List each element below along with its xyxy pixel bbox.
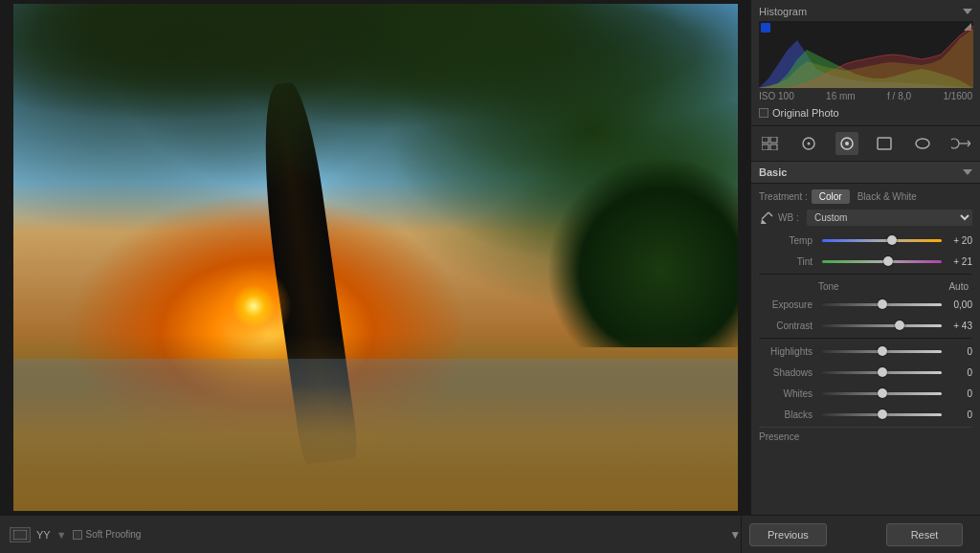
heal-tool-icon[interactable] [835, 132, 858, 155]
grid-tool-icon[interactable] [759, 132, 782, 155]
svg-point-5 [807, 143, 810, 145]
meta-focal: 16 mm [826, 91, 856, 101]
shadows-slider-row: Shadows 0 [759, 364, 972, 381]
highlights-label: Highlights [759, 346, 818, 357]
blacks-thumb[interactable] [878, 409, 887, 419]
right-panel: Histogram [750, 0, 980, 515]
exposure-label: Exposure [759, 299, 818, 310]
tone-curve-icon[interactable] [949, 132, 972, 155]
treatment-row: Treatment : Color Black & White [759, 189, 972, 204]
highlights-slider[interactable] [822, 350, 942, 353]
bottom-left-controls: YY ▼ Soft Proofing [10, 527, 369, 542]
crop-tool-icon[interactable] [797, 132, 820, 155]
presence-label: Presence [759, 431, 799, 442]
view-mode-button[interactable] [10, 527, 31, 542]
histogram-header: Histogram [759, 6, 972, 17]
original-photo-checkbox[interactable] [759, 108, 768, 118]
yy-label[interactable]: YY [36, 529, 51, 541]
svg-point-7 [845, 142, 849, 145]
svg-rect-1 [762, 144, 768, 150]
bottom-right-buttons: Previous Reset [741, 516, 970, 554]
contrast-label: Contrast [759, 321, 818, 331]
auto-tone-btn[interactable]: Auto [945, 280, 972, 293]
basic-panel: Treatment : Color Black & White WB : Cus… [751, 184, 980, 452]
previous-button[interactable]: Previous [749, 523, 827, 546]
whites-slider[interactable] [822, 392, 942, 395]
reset-button[interactable]: Reset [886, 523, 963, 546]
photo-container [13, 4, 738, 511]
soft-proofing-checkbox[interactable] [73, 530, 82, 540]
temp-value: + 20 [946, 235, 972, 246]
blacks-slider[interactable] [822, 413, 942, 416]
sliders-divider [759, 338, 972, 339]
temp-slider-row: Temp + 20 [759, 232, 972, 249]
shadows-label: Shadows [759, 367, 818, 378]
view-mode-icon [13, 530, 27, 540]
tone-header: Tone Auto [759, 280, 972, 293]
tint-label: Tint [759, 256, 818, 267]
rect-tool-icon[interactable] [873, 132, 896, 155]
shadows-thumb[interactable] [878, 367, 887, 377]
tone-divider [759, 274, 972, 275]
whites-label: Whites [759, 388, 818, 399]
histogram-title: Histogram [759, 6, 807, 17]
presence-section: Presence [759, 427, 972, 446]
yy-dropdown-arrow[interactable]: ▼ [56, 529, 67, 541]
wb-label: WB : [778, 212, 807, 223]
blacks-label: Blacks [759, 409, 818, 420]
shadows-value: 0 [946, 367, 972, 378]
tint-value: + 21 [946, 256, 972, 267]
photo-panel [0, 0, 750, 515]
tools-row [751, 126, 980, 162]
svg-rect-17 [13, 530, 27, 540]
soft-proofing-toggle[interactable]: Soft Proofing [73, 529, 142, 540]
tint-thumb[interactable] [883, 256, 893, 266]
bw-treatment-btn[interactable]: Black & White [850, 189, 924, 204]
original-photo-label: Original Photo [772, 107, 839, 119]
histogram-graph [759, 21, 973, 88]
contrast-slider[interactable] [822, 324, 942, 327]
temp-slider[interactable] [822, 239, 942, 242]
eyedropper-icon[interactable] [759, 210, 774, 226]
whites-thumb[interactable] [878, 388, 887, 398]
svg-point-10 [951, 139, 959, 148]
meta-shutter: 1/1600 [943, 91, 972, 101]
svg-line-15 [762, 212, 768, 219]
svg-point-9 [916, 139, 929, 148]
highlights-slider-row: Highlights 0 [759, 343, 972, 360]
color-treatment-btn[interactable]: Color [812, 189, 850, 204]
highlights-thumb[interactable] [878, 346, 887, 356]
histogram-section: Histogram [751, 0, 980, 126]
basic-section-title: Basic [759, 166, 787, 178]
circle-tool-icon[interactable] [911, 132, 934, 155]
meta-aperture: f / 8,0 [887, 91, 911, 101]
soft-proofing-label: Soft Proofing [86, 529, 142, 540]
basic-section-arrow[interactable] [963, 169, 972, 175]
tint-slider[interactable] [822, 260, 942, 263]
bottom-dropdown-arrow[interactable]: ▼ [729, 528, 741, 542]
meta-iso: ISO 100 [759, 91, 794, 101]
exposure-thumb[interactable] [878, 299, 887, 309]
wb-select[interactable]: Custom As Shot Daylight Cloudy Shade Flu… [807, 210, 972, 226]
histogram-menu-icon[interactable] [963, 9, 972, 14]
shadows-slider[interactable] [822, 371, 942, 374]
blacks-value: 0 [946, 409, 972, 420]
svg-rect-8 [878, 138, 891, 149]
svg-rect-0 [762, 137, 768, 143]
whites-value: 0 [946, 388, 972, 399]
exposure-slider[interactable] [822, 303, 942, 306]
whites-slider-row: Whites 0 [759, 385, 972, 402]
temp-thumb[interactable] [887, 235, 897, 245]
contrast-thumb[interactable] [895, 321, 904, 330]
bottom-arrow-control: ▼ [729, 528, 741, 542]
presence-header: Presence [759, 427, 972, 446]
photo-image [13, 4, 738, 511]
svg-rect-2 [770, 137, 777, 143]
temp-label: Temp [759, 235, 818, 246]
svg-marker-16 [761, 219, 767, 224]
wb-row: WB : Custom As Shot Daylight Cloudy Shad… [759, 210, 972, 226]
exposure-value: 0,00 [946, 299, 972, 310]
contrast-value: + 43 [946, 321, 972, 331]
basic-section-header[interactable]: Basic [751, 162, 980, 184]
original-photo-row[interactable]: Original Photo [759, 104, 972, 122]
